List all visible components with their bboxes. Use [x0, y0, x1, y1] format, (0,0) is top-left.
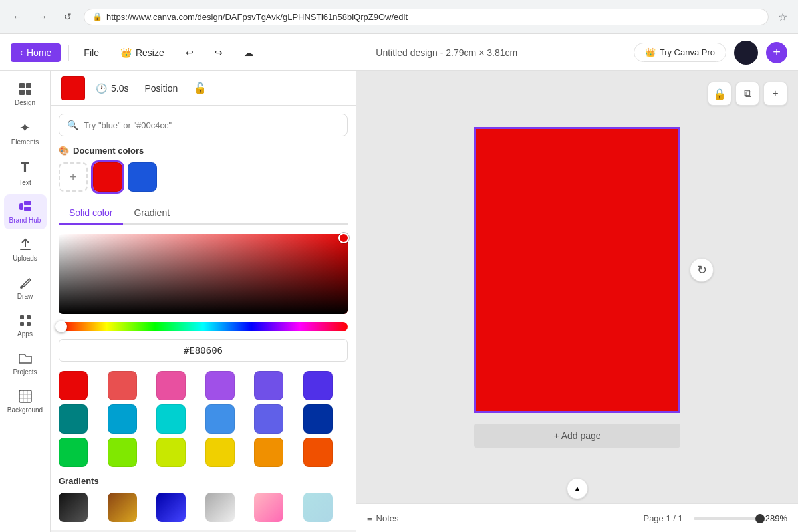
lock-button[interactable]: 🔓 — [194, 82, 207, 94]
browser-toolbar: ← → ↺ 🔒 https://www.canva.com/design/DAF… — [0, 0, 798, 33]
hue-slider-container[interactable] — [59, 322, 348, 331]
duration-display[interactable]: 🕐 5.0s — [96, 83, 128, 94]
tab-solid[interactable]: Solid color — [59, 202, 123, 225]
notes-button[interactable]: ≡ Notes — [367, 513, 399, 523]
sidebar-item-text[interactable]: T Text — [4, 154, 47, 192]
svg-rect-5 — [24, 201, 31, 205]
forward-button[interactable]: → — [33, 7, 52, 26]
gradient-swatch-3[interactable] — [205, 493, 235, 522]
projects-icon — [18, 351, 33, 366]
rotate-button[interactable]: ↻ — [690, 258, 714, 282]
text-icon: T — [21, 159, 29, 176]
sidebar-item-uploads[interactable]: Uploads — [4, 232, 47, 267]
sidebar-item-background[interactable]: Background — [4, 384, 47, 419]
cloud-button[interactable]: ☁ — [237, 43, 260, 62]
sidebar-label-background: Background — [7, 406, 43, 414]
gradient-swatch-0[interactable] — [59, 493, 88, 522]
try-pro-button[interactable]: 👑 Try Canva Pro — [634, 43, 726, 62]
swatch-13[interactable] — [108, 438, 137, 467]
sidebar-item-design[interactable]: Design — [4, 76, 47, 112]
try-pro-label: Try Canva Pro — [660, 47, 715, 57]
uploads-icon — [18, 237, 33, 252]
address-bar[interactable]: 🔒 https://www.canva.com/design/DAFpsvTgA… — [84, 9, 769, 25]
panel-toggle-button[interactable]: ▲ — [567, 478, 588, 499]
zoom-container: 289% — [694, 513, 787, 523]
design-canvas-card[interactable] — [474, 127, 680, 413]
sidebar-item-projects[interactable]: Projects — [4, 346, 47, 381]
gradient-swatch-2[interactable] — [156, 493, 186, 522]
zoom-slider[interactable] — [694, 517, 760, 520]
file-button[interactable]: File — [77, 43, 106, 62]
swatch-16[interactable] — [254, 438, 283, 467]
app-body: Design ✦ Elements T Text Brand Hub Uploa… — [0, 71, 798, 532]
canvas-lock-icon: 🔒 — [713, 88, 726, 100]
sidebar-item-brand-hub[interactable]: Brand Hub — [4, 194, 47, 229]
lock-icon: 🔓 — [194, 82, 207, 94]
back-button[interactable]: ← — [8, 7, 27, 26]
clock-icon: 🕐 — [96, 83, 107, 94]
security-icon: 🔒 — [92, 12, 102, 21]
resize-button[interactable]: 👑 Resize — [114, 43, 171, 62]
home-button[interactable]: ‹ Home — [11, 43, 61, 62]
canvas-more-icon: + — [772, 88, 778, 100]
add-button[interactable]: + — [766, 42, 787, 63]
doc-color-red[interactable] — [93, 162, 122, 192]
color-picker-handle[interactable] — [338, 233, 349, 243]
undo-button[interactable]: ↩ — [179, 43, 200, 62]
swatch-3[interactable] — [205, 371, 235, 400]
swatch-0[interactable] — [59, 371, 88, 400]
search-bar[interactable]: 🔍 — [59, 114, 348, 136]
canvas-more-button[interactable]: + — [763, 82, 787, 106]
swatch-12[interactable] — [59, 438, 88, 467]
color-gradient-picker[interactable] — [59, 234, 348, 314]
cloud-icon: ☁ — [244, 47, 253, 58]
swatch-17[interactable] — [303, 438, 332, 467]
bookmark-button[interactable]: ☆ — [775, 8, 790, 26]
hue-thumb[interactable] — [55, 321, 67, 332]
swatch-11[interactable] — [303, 404, 332, 434]
canvas-lock-button[interactable]: 🔒 — [708, 82, 732, 106]
swatch-5[interactable] — [303, 371, 332, 400]
swatch-15[interactable] — [205, 438, 235, 467]
swatch-1[interactable] — [108, 371, 137, 400]
svg-rect-10 — [27, 315, 31, 319]
swatch-4[interactable] — [254, 371, 283, 400]
doc-color-blue[interactable] — [128, 162, 157, 192]
swatch-7[interactable] — [108, 404, 137, 434]
swatch-8[interactable] — [156, 404, 186, 434]
canvas-controls: 🔒 ⧉ + — [708, 82, 787, 106]
zoom-percentage: 289% — [765, 513, 787, 523]
svg-rect-1 — [26, 83, 31, 88]
sidebar-item-apps[interactable]: Apps — [4, 308, 47, 343]
zoom-thumb[interactable] — [755, 514, 765, 523]
add-page-button[interactable]: + Add page — [474, 424, 680, 448]
redo-button[interactable]: ↪ — [208, 43, 229, 62]
design-title: Untitled design - 2.79cm × 3.81cm — [376, 47, 517, 58]
selected-color-swatch[interactable] — [61, 76, 85, 100]
refresh-button[interactable]: ↺ — [59, 7, 77, 26]
sidebar-item-elements[interactable]: ✦ Elements — [4, 114, 47, 151]
home-label: Home — [27, 47, 51, 58]
user-avatar[interactable] — [734, 41, 758, 65]
swatch-2[interactable] — [156, 371, 186, 400]
sidebar-item-draw[interactable]: Draw — [4, 270, 47, 305]
gradient-swatch-5[interactable] — [303, 493, 332, 522]
swatch-9[interactable] — [205, 404, 235, 434]
search-input[interactable] — [84, 120, 339, 130]
tab-gradient[interactable]: Gradient — [123, 202, 180, 223]
sidebar: Design ✦ Elements T Text Brand Hub Uploa… — [0, 71, 51, 532]
swatch-6[interactable] — [59, 404, 88, 434]
swatch-14[interactable] — [156, 438, 186, 467]
add-color-button[interactable]: + — [59, 162, 88, 192]
redo-icon: ↪ — [215, 47, 223, 58]
gradient-swatch-1[interactable] — [108, 493, 137, 522]
swatch-10[interactable] — [254, 404, 283, 434]
canvas-copy-button[interactable]: ⧉ — [735, 82, 759, 106]
sidebar-label-projects: Projects — [13, 368, 37, 376]
file-label: File — [84, 47, 99, 58]
header-divider — [68, 45, 69, 61]
hex-input[interactable] — [59, 339, 348, 362]
position-button[interactable]: Position — [139, 80, 183, 96]
hue-slider[interactable] — [59, 322, 348, 331]
gradient-swatch-4[interactable] — [254, 493, 283, 522]
